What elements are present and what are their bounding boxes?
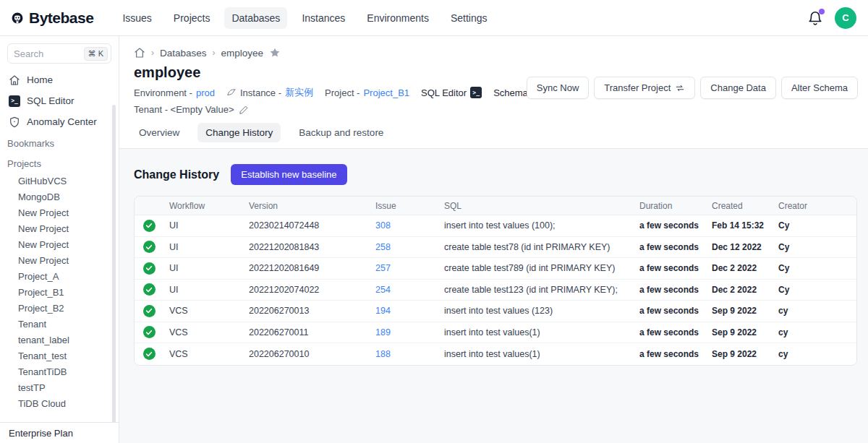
column-creator: Creator xyxy=(778,201,856,211)
version-cell: 202206270013 xyxy=(249,306,375,316)
success-check-icon xyxy=(143,283,156,296)
sidebar-project-item[interactable]: TiDB Cloud xyxy=(0,395,119,411)
table-row[interactable]: VCS 202206270013 194 insert into test va… xyxy=(135,301,856,322)
breadcrumb-databases[interactable]: Databases xyxy=(160,48,207,59)
sidebar-project-item[interactable]: Project_B2 xyxy=(0,300,119,316)
sidebar-project-item[interactable]: testTP xyxy=(0,379,119,395)
sidebar-project-item[interactable]: New Project xyxy=(0,236,119,252)
sql-cell: insert into test values(1) xyxy=(444,327,639,337)
sidebar-project-item[interactable]: New Project xyxy=(0,205,119,220)
notification-dot xyxy=(819,9,825,14)
sql-cell: create table test789 (id int PRIMARY KEY… xyxy=(444,263,639,273)
sidebar-section-bookmarks[interactable]: Bookmarks xyxy=(0,134,119,152)
avatar[interactable]: C xyxy=(835,7,856,29)
sidebar-project-item[interactable]: New Project xyxy=(0,252,119,268)
issue-link[interactable]: 189 xyxy=(375,327,391,337)
environment-link[interactable]: prod xyxy=(196,87,215,98)
home-icon xyxy=(9,74,20,86)
created-cell: Dec 12 2022 xyxy=(712,242,778,252)
sidebar-item-anomaly-center[interactable]: Anomaly Center xyxy=(0,111,119,132)
nav-item-databases[interactable]: Databases xyxy=(224,7,287,29)
table-row[interactable]: VCS 202206270010 188 insert into test va… xyxy=(135,343,856,365)
issue-link[interactable]: 258 xyxy=(375,242,391,252)
duration-cell: a few seconds xyxy=(639,306,712,316)
bookmark-star-icon[interactable] xyxy=(269,47,281,59)
bytebase-logo-icon xyxy=(12,12,23,24)
issue-link[interactable]: 308 xyxy=(375,220,391,231)
search-box[interactable]: ⌘ K xyxy=(7,43,111,64)
created-cell: Dec 2 2022 xyxy=(712,285,778,295)
status-cell xyxy=(135,283,169,296)
sidebar-item-sql-editor[interactable]: >_ SQL Editor xyxy=(0,90,119,111)
success-check-icon xyxy=(143,262,156,275)
nav-item-projects[interactable]: Projects xyxy=(166,7,218,29)
created-cell: Sep 9 2022 xyxy=(712,327,778,337)
sidebar-project-item[interactable]: tenant_label xyxy=(0,332,119,348)
database-meta-line-2: Tenant - <Empty Value> xyxy=(134,104,854,115)
breadcrumb-employee[interactable]: employee xyxy=(221,48,264,59)
nav-right: C xyxy=(807,7,856,29)
creator-cell: cy xyxy=(778,306,856,316)
workflow-cell: UI xyxy=(169,285,249,295)
status-cell xyxy=(135,220,169,232)
sidebar-project-item[interactable]: Tenant xyxy=(0,316,119,332)
tab-backup-and-restore[interactable]: Backup and restore xyxy=(291,123,391,142)
issue-link[interactable]: 257 xyxy=(375,263,391,273)
establish-baseline-button[interactable]: Establish new baseline xyxy=(231,164,346,185)
sidebar-project-item[interactable]: Tenant_test xyxy=(0,348,119,364)
sidebar-section-projects[interactable]: Projects xyxy=(0,154,119,173)
table-row[interactable]: UI 20230214072448 308 insert into test v… xyxy=(135,215,856,237)
change-data-button[interactable]: Change Data xyxy=(700,77,776,99)
version-cell: 202206270011 xyxy=(249,327,375,337)
sidebar-project-item[interactable]: Project_B1 xyxy=(0,284,119,300)
duration-cell: a few seconds xyxy=(639,285,712,295)
sql-cell: insert into test values (123) xyxy=(444,306,639,316)
brand[interactable]: Bytebase xyxy=(12,9,93,27)
nav-item-settings[interactable]: Settings xyxy=(443,7,495,29)
sidebar-scrollbar[interactable] xyxy=(112,105,116,437)
sidebar-project-item[interactable]: Project_A xyxy=(0,268,119,284)
created-cell: Sep 9 2022 xyxy=(712,306,778,316)
table-row[interactable]: UI 20221202081649 257 create table test7… xyxy=(135,258,856,280)
sidebar-item-home[interactable]: Home xyxy=(0,69,119,90)
plan-label: Enterprise Plan xyxy=(0,422,119,443)
issue-link[interactable]: 254 xyxy=(375,285,391,295)
table-row[interactable]: VCS 202206270011 189 insert into test va… xyxy=(135,322,856,344)
sidebar-project-item[interactable]: New Project xyxy=(0,220,119,236)
notifications-button[interactable] xyxy=(807,10,823,26)
environment-label: Environment - xyxy=(134,87,192,98)
tenant-label: Tenant - <Empty Value> xyxy=(134,104,234,115)
workflow-cell: UI xyxy=(169,263,249,273)
instance-link[interactable]: 新实例 xyxy=(285,86,313,99)
main-panel: › Databases › employee employee Environm… xyxy=(119,36,868,443)
success-check-icon xyxy=(143,241,156,253)
status-cell xyxy=(135,326,169,338)
nav-item-issues[interactable]: Issues xyxy=(115,7,158,29)
table-row[interactable]: UI 20221202074022 254 create table test1… xyxy=(135,280,856,301)
issue-link[interactable]: 188 xyxy=(375,349,391,359)
brand-name: Bytebase xyxy=(29,9,93,27)
column-issue: Issue xyxy=(375,201,444,211)
tab-change-history[interactable]: Change History xyxy=(197,123,281,142)
status-cell xyxy=(135,305,169,317)
duration-cell: a few seconds xyxy=(639,263,712,273)
sidebar-project-item[interactable]: MongoDB xyxy=(0,189,119,205)
sync-now-button[interactable]: Sync Now xyxy=(527,77,590,99)
tab-overview[interactable]: Overview xyxy=(131,123,187,142)
project-link[interactable]: Project_B1 xyxy=(363,87,409,98)
transfer-arrows-icon xyxy=(675,83,685,93)
alter-schema-button[interactable]: Alter Schema xyxy=(781,77,858,99)
sql-cell: insert into test values (100); xyxy=(444,220,639,231)
sidebar-project-item[interactable]: TenantTiDB xyxy=(0,364,119,379)
sql-editor-link[interactable]: SQL Editor >_ xyxy=(421,87,482,98)
table-row[interactable]: UI 20221202081843 258 create table test7… xyxy=(135,237,856,259)
transfer-project-button[interactable]: Transfer Project xyxy=(594,77,695,99)
search-input[interactable] xyxy=(14,48,72,59)
edit-pencil-icon[interactable] xyxy=(239,105,249,115)
issue-link[interactable]: 194 xyxy=(375,306,391,316)
workflow-cell: VCS xyxy=(169,349,249,359)
home-icon[interactable] xyxy=(134,47,145,59)
nav-item-environments[interactable]: Environments xyxy=(359,7,436,29)
sidebar-project-item[interactable]: GitHubVCS xyxy=(0,173,119,189)
nav-item-instances[interactable]: Instances xyxy=(294,7,352,29)
